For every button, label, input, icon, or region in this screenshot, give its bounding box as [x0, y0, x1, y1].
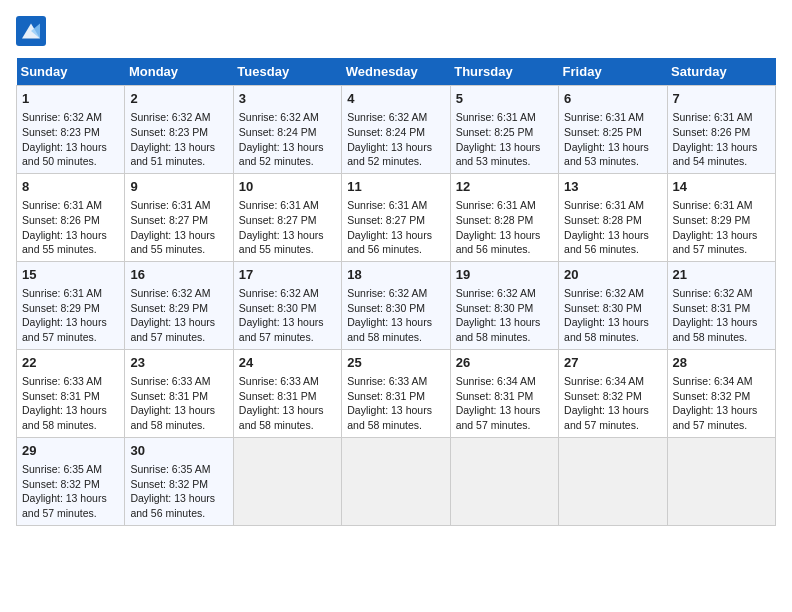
- daylight-text: Daylight: 13 hours and 57 minutes.: [239, 316, 324, 343]
- calendar-cell: 27Sunrise: 6:34 AMSunset: 8:32 PMDayligh…: [559, 349, 667, 437]
- daylight-text: Daylight: 13 hours and 58 minutes.: [347, 316, 432, 343]
- daylight-text: Daylight: 13 hours and 58 minutes.: [22, 404, 107, 431]
- sunset-text: Sunset: 8:24 PM: [347, 126, 425, 138]
- sunrise-text: Sunrise: 6:33 AM: [347, 375, 427, 387]
- day-number: 25: [347, 354, 444, 372]
- col-thursday: Thursday: [450, 58, 558, 86]
- day-number: 8: [22, 178, 119, 196]
- sunset-text: Sunset: 8:31 PM: [456, 390, 534, 402]
- daylight-text: Daylight: 13 hours and 55 minutes.: [239, 229, 324, 256]
- daylight-text: Daylight: 13 hours and 57 minutes.: [673, 404, 758, 431]
- sunrise-text: Sunrise: 6:31 AM: [22, 199, 102, 211]
- sunset-text: Sunset: 8:25 PM: [456, 126, 534, 138]
- sunset-text: Sunset: 8:27 PM: [130, 214, 208, 226]
- calendar-cell: 13Sunrise: 6:31 AMSunset: 8:28 PMDayligh…: [559, 173, 667, 261]
- daylight-text: Daylight: 13 hours and 57 minutes.: [22, 316, 107, 343]
- sunrise-text: Sunrise: 6:32 AM: [130, 287, 210, 299]
- sunset-text: Sunset: 8:25 PM: [564, 126, 642, 138]
- daylight-text: Daylight: 13 hours and 54 minutes.: [673, 141, 758, 168]
- sunrise-text: Sunrise: 6:31 AM: [347, 199, 427, 211]
- calendar-row: 22Sunrise: 6:33 AMSunset: 8:31 PMDayligh…: [17, 349, 776, 437]
- daylight-text: Daylight: 13 hours and 58 minutes.: [673, 316, 758, 343]
- sunset-text: Sunset: 8:32 PM: [673, 390, 751, 402]
- day-number: 11: [347, 178, 444, 196]
- day-number: 26: [456, 354, 553, 372]
- calendar-row: 29Sunrise: 6:35 AMSunset: 8:32 PMDayligh…: [17, 437, 776, 525]
- calendar-cell: 17Sunrise: 6:32 AMSunset: 8:30 PMDayligh…: [233, 261, 341, 349]
- daylight-text: Daylight: 13 hours and 57 minutes.: [673, 229, 758, 256]
- daylight-text: Daylight: 13 hours and 58 minutes.: [130, 404, 215, 431]
- col-saturday: Saturday: [667, 58, 775, 86]
- sunset-text: Sunset: 8:24 PM: [239, 126, 317, 138]
- sunrise-text: Sunrise: 6:33 AM: [130, 375, 210, 387]
- col-sunday: Sunday: [17, 58, 125, 86]
- sunset-text: Sunset: 8:29 PM: [22, 302, 100, 314]
- calendar-cell: 24Sunrise: 6:33 AMSunset: 8:31 PMDayligh…: [233, 349, 341, 437]
- sunset-text: Sunset: 8:26 PM: [22, 214, 100, 226]
- day-number: 30: [130, 442, 227, 460]
- sunrise-text: Sunrise: 6:33 AM: [239, 375, 319, 387]
- calendar-header-row: Sunday Monday Tuesday Wednesday Thursday…: [17, 58, 776, 86]
- sunset-text: Sunset: 8:30 PM: [456, 302, 534, 314]
- daylight-text: Daylight: 13 hours and 58 minutes.: [239, 404, 324, 431]
- day-number: 5: [456, 90, 553, 108]
- logo-icon: [16, 16, 46, 46]
- daylight-text: Daylight: 13 hours and 56 minutes.: [456, 229, 541, 256]
- calendar-cell: 10Sunrise: 6:31 AMSunset: 8:27 PMDayligh…: [233, 173, 341, 261]
- sunset-text: Sunset: 8:27 PM: [347, 214, 425, 226]
- sunset-text: Sunset: 8:31 PM: [130, 390, 208, 402]
- page-header: [16, 16, 776, 46]
- calendar-cell: 30Sunrise: 6:35 AMSunset: 8:32 PMDayligh…: [125, 437, 233, 525]
- sunrise-text: Sunrise: 6:31 AM: [456, 111, 536, 123]
- day-number: 12: [456, 178, 553, 196]
- calendar-cell: 9Sunrise: 6:31 AMSunset: 8:27 PMDaylight…: [125, 173, 233, 261]
- calendar-cell: [450, 437, 558, 525]
- day-number: 20: [564, 266, 661, 284]
- sunrise-text: Sunrise: 6:35 AM: [130, 463, 210, 475]
- sunset-text: Sunset: 8:30 PM: [347, 302, 425, 314]
- sunrise-text: Sunrise: 6:31 AM: [564, 199, 644, 211]
- calendar-row: 1Sunrise: 6:32 AMSunset: 8:23 PMDaylight…: [17, 86, 776, 174]
- calendar-cell: 2Sunrise: 6:32 AMSunset: 8:23 PMDaylight…: [125, 86, 233, 174]
- calendar-cell: 26Sunrise: 6:34 AMSunset: 8:31 PMDayligh…: [450, 349, 558, 437]
- calendar-cell: 20Sunrise: 6:32 AMSunset: 8:30 PMDayligh…: [559, 261, 667, 349]
- sunset-text: Sunset: 8:31 PM: [673, 302, 751, 314]
- calendar-cell: 1Sunrise: 6:32 AMSunset: 8:23 PMDaylight…: [17, 86, 125, 174]
- sunset-text: Sunset: 8:23 PM: [22, 126, 100, 138]
- sunrise-text: Sunrise: 6:32 AM: [130, 111, 210, 123]
- calendar-cell: 15Sunrise: 6:31 AMSunset: 8:29 PMDayligh…: [17, 261, 125, 349]
- sunrise-text: Sunrise: 6:31 AM: [673, 111, 753, 123]
- calendar-cell: [559, 437, 667, 525]
- day-number: 13: [564, 178, 661, 196]
- calendar-table: Sunday Monday Tuesday Wednesday Thursday…: [16, 58, 776, 526]
- day-number: 16: [130, 266, 227, 284]
- logo: [16, 16, 52, 46]
- sunset-text: Sunset: 8:26 PM: [673, 126, 751, 138]
- sunset-text: Sunset: 8:30 PM: [564, 302, 642, 314]
- day-number: 21: [673, 266, 770, 284]
- sunrise-text: Sunrise: 6:31 AM: [239, 199, 319, 211]
- sunrise-text: Sunrise: 6:32 AM: [239, 287, 319, 299]
- day-number: 27: [564, 354, 661, 372]
- daylight-text: Daylight: 13 hours and 58 minutes.: [456, 316, 541, 343]
- calendar-cell: 5Sunrise: 6:31 AMSunset: 8:25 PMDaylight…: [450, 86, 558, 174]
- daylight-text: Daylight: 13 hours and 52 minutes.: [239, 141, 324, 168]
- calendar-cell: 12Sunrise: 6:31 AMSunset: 8:28 PMDayligh…: [450, 173, 558, 261]
- col-monday: Monday: [125, 58, 233, 86]
- day-number: 29: [22, 442, 119, 460]
- day-number: 15: [22, 266, 119, 284]
- daylight-text: Daylight: 13 hours and 55 minutes.: [22, 229, 107, 256]
- day-number: 2: [130, 90, 227, 108]
- sunrise-text: Sunrise: 6:34 AM: [673, 375, 753, 387]
- sunset-text: Sunset: 8:28 PM: [564, 214, 642, 226]
- calendar-cell: [342, 437, 450, 525]
- calendar-cell: [667, 437, 775, 525]
- sunset-text: Sunset: 8:32 PM: [564, 390, 642, 402]
- daylight-text: Daylight: 13 hours and 58 minutes.: [347, 404, 432, 431]
- sunrise-text: Sunrise: 6:31 AM: [673, 199, 753, 211]
- daylight-text: Daylight: 13 hours and 57 minutes.: [130, 316, 215, 343]
- sunset-text: Sunset: 8:30 PM: [239, 302, 317, 314]
- day-number: 3: [239, 90, 336, 108]
- sunrise-text: Sunrise: 6:35 AM: [22, 463, 102, 475]
- day-number: 9: [130, 178, 227, 196]
